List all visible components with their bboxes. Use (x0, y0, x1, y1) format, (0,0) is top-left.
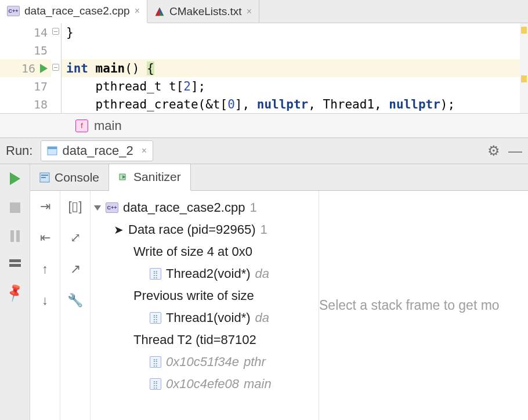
editor-tab-label: CMakeLists.txt (169, 5, 242, 18)
run-tool-window-body: 📌 Console Sanitizer ⇥ ⇤ ↑ ↓ (0, 164, 528, 420)
layout-button[interactable] (9, 259, 21, 267)
code-area[interactable]: –} –int main() { pthread_t t[2]; pthread… (62, 23, 528, 113)
minimize-icon[interactable]: — (508, 143, 522, 159)
frame-detail-pane: Select a stack frame to get mo (319, 191, 528, 420)
stack-frame-icon (150, 312, 161, 324)
cursor-icon: ➤ (114, 223, 124, 237)
breadcrumb: f main (0, 113, 528, 137)
down-icon[interactable]: ↓ (42, 293, 48, 308)
tree-label-secondary: pthr (244, 354, 266, 370)
svg-rect-7 (41, 177, 46, 178)
sanitizer-icon (118, 172, 129, 182)
run-config-name: data_race_2 (62, 143, 133, 158)
run-config-tab[interactable]: data_race_2 × (41, 140, 153, 161)
breadcrumb-function[interactable]: main (94, 118, 122, 133)
placeholder-text: Select a stack frame to get mo (319, 298, 500, 313)
rerun-button[interactable] (10, 172, 20, 185)
tree-label: Write of size 4 at 0x0 (133, 244, 252, 259)
count-badge: 1 (261, 222, 267, 237)
tree-thread-node[interactable]: Thread T2 (tid=87102 (94, 329, 315, 351)
tree-race-node[interactable]: ➤ Data race (pid=92965) 1 (94, 219, 315, 241)
pin-icon[interactable]: 📌 (4, 282, 25, 303)
run-tool-window-header: Run: data_race_2 × ⚙ — (0, 137, 528, 164)
tree-label: data_race_case2.cpp (123, 200, 245, 215)
tree-label: Thread2(void*) (166, 266, 251, 281)
run-panel-tabs: Console Sanitizer (30, 164, 528, 191)
close-icon[interactable]: × (142, 146, 147, 156)
tree-frame-node[interactable]: 0x10c51f34e pthr (94, 351, 315, 373)
tab-sanitizer[interactable]: Sanitizer (109, 164, 191, 191)
line-number: 17 (34, 79, 48, 93)
line-number: 16 (21, 61, 35, 75)
editor-gutter: 14 15 16 17 18 (0, 23, 51, 113)
tree-label-secondary: da (255, 266, 269, 281)
tab-label: Sanitizer (133, 170, 181, 184)
up-icon[interactable]: ↑ (42, 262, 48, 277)
cpp-file-icon (106, 202, 118, 213)
stack-frame-icon (150, 356, 161, 368)
tree-frame-node[interactable]: 0x10c4efe08 main (94, 373, 315, 395)
editor-tab-label: data_race_case2.cpp (24, 5, 130, 17)
svg-marker-1 (155, 7, 160, 15)
close-icon[interactable]: × (135, 6, 140, 16)
run-line-icon[interactable] (40, 64, 48, 73)
gear-icon[interactable]: ⚙ (487, 143, 500, 159)
function-icon: f (75, 120, 88, 132)
run-label: Run: (6, 143, 32, 158)
run-actions-toolbar: 📌 (0, 164, 30, 420)
wrench-icon[interactable]: 🔧 (67, 293, 83, 308)
tab-label: Console (55, 171, 99, 184)
editor-tab-bar: data_race_case2.cpp × CMakeLists.txt × (0, 0, 528, 23)
frames-icon[interactable]: [▯] (68, 199, 82, 214)
stop-button[interactable] (10, 202, 20, 213)
tree-prev-write-node[interactable]: Previous write of size (94, 285, 315, 307)
tab-console[interactable]: Console (30, 164, 109, 190)
expand-all-icon[interactable]: ⇥ (40, 199, 50, 214)
line-number: 14 (34, 26, 48, 39)
sanitizer-tree[interactable]: data_race_case2.cpp 1 ➤ Data race (pid=9… (91, 191, 319, 420)
tree-label-secondary: main (244, 376, 272, 392)
line-number: 15 (34, 44, 48, 57)
close-icon[interactable]: × (247, 6, 252, 17)
tree-label-secondary: da (255, 310, 269, 325)
fold-icon[interactable]: – (52, 64, 59, 71)
tree-frame-node[interactable]: Thread1(void*) da (94, 307, 315, 329)
tree-write-node[interactable]: Write of size 4 at 0x0 (94, 241, 315, 263)
tree-toolbar-1: ⇥ ⇤ ↑ ↓ (30, 191, 60, 420)
count-badge: 1 (249, 200, 256, 215)
tree-label: Thread1(void*) (166, 310, 251, 325)
svg-rect-6 (41, 175, 48, 176)
chevron-down-icon[interactable] (94, 205, 101, 211)
tree-frame-node[interactable]: Thread2(void*) da (94, 263, 315, 285)
warning-marker[interactable] (521, 75, 527, 82)
editor-tab-inactive[interactable]: CMakeLists.txt × (147, 0, 259, 23)
editor-tab-active[interactable]: data_race_case2.cpp × (0, 0, 147, 23)
tree-address: 0x10c51f34e (166, 354, 239, 370)
console-icon (39, 172, 50, 183)
tree-label: Previous write of size (133, 288, 254, 303)
tree-address: 0x10c4efe08 (166, 376, 239, 392)
tree-file-node[interactable]: data_race_case2.cpp 1 (94, 197, 315, 219)
stack-frame-icon (150, 378, 161, 390)
tree-label: Data race (pid=92965) (128, 222, 256, 237)
fold-icon[interactable]: – (52, 28, 59, 35)
code-editor[interactable]: 14 15 16 17 18 –} –int main() { pthread_… (0, 23, 528, 113)
pause-button[interactable] (10, 230, 20, 242)
stack-frame-icon (150, 268, 161, 280)
tree-label: Thread T2 (tid=87102 (133, 332, 256, 347)
cpp-file-icon (7, 6, 20, 16)
application-icon (47, 146, 57, 156)
svg-rect-4 (48, 147, 57, 149)
warning-marker[interactable] (521, 27, 527, 34)
open-icon[interactable]: ↗ (70, 262, 81, 277)
cmake-file-icon (154, 6, 165, 17)
export-icon[interactable]: ⤢ (70, 230, 81, 245)
tree-toolbar-2: [▯] ⤢ ↗ 🔧 (60, 191, 91, 420)
collapse-all-icon[interactable]: ⇤ (40, 230, 50, 245)
marker-stripe (520, 23, 528, 113)
line-number: 18 (34, 97, 48, 111)
